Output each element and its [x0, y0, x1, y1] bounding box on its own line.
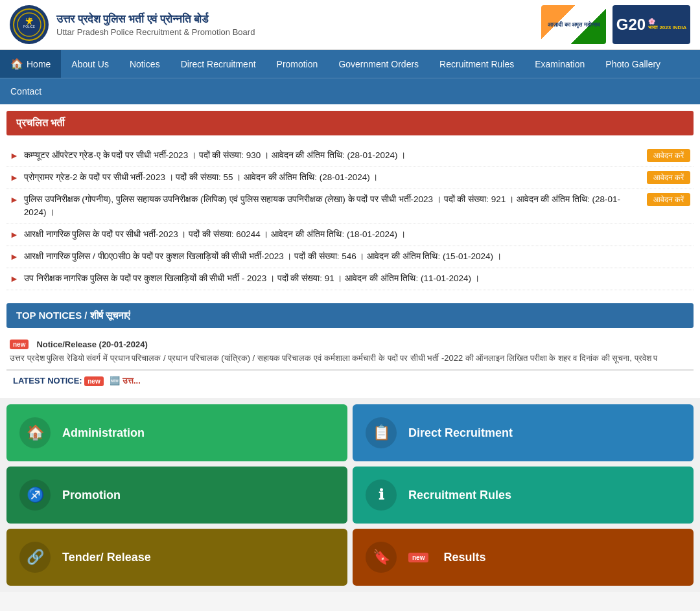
header-title-hindi: उत्तर प्रदेश पुलिस भर्ती एवं प्रोन्नति ब…	[56, 12, 255, 27]
new-badge: new	[10, 340, 29, 349]
header-left: UP POLICE उत्तर प्रदेश पुलिस भर्ती एवं प…	[10, 5, 255, 44]
nav-contact[interactable]: Contact	[0, 78, 52, 104]
arrow-icon: ►	[10, 149, 19, 163]
nav-recruitment-rules[interactable]: Recruitment Rules	[429, 50, 524, 78]
card-recruitment-rules[interactable]: ℹ Recruitment Rules	[353, 467, 694, 524]
nav-photo-gallery[interactable]: Photo Gallery	[595, 50, 671, 78]
header-title-block: उत्तर प्रदेश पुलिस भर्ती एवं प्रोन्नति ब…	[56, 12, 255, 36]
apply-button-3[interactable]: आवेदन करें	[647, 193, 690, 206]
nav-home[interactable]: 🏠 Home	[0, 50, 61, 78]
nav-government-orders[interactable]: Government Orders	[328, 50, 429, 78]
cards-grid: 🏠 Administration 📋 Direct Recruitment ♐ …	[0, 398, 700, 592]
card-administration[interactable]: 🏠 Administration	[6, 404, 347, 461]
apply-button-2[interactable]: आवेदन करें	[647, 171, 690, 184]
main-nav: 🏠 Home About Us Notices Direct Recruitme…	[0, 50, 700, 78]
promotion-icon: ♐	[19, 479, 51, 511]
top-notices-header: TOP NOTICES / शीर्ष सूचनाएं	[6, 303, 694, 328]
logo: UP POLICE	[10, 5, 49, 44]
recruitment-rules-icon: ℹ	[366, 479, 397, 511]
vacancies-section-header: प्रचलित भर्ती	[6, 111, 694, 135]
content-area: प्रचलित भर्ती ► कम्प्यूटर ऑपरेटर ग्रेड-ए…	[0, 104, 700, 398]
vacancy-item-1: ► कम्प्यूटर ऑपरेटर ग्रेड-ए के पदों पर सी…	[6, 145, 694, 167]
notice-date: Notice/Release (20-01-2024)	[36, 340, 147, 349]
direct-recruitment-icon: 📋	[366, 417, 397, 448]
vacancy-item-3: ► पुलिस उपनिरीक्षक (गोपनीय), पुलिस सहायक…	[6, 189, 694, 224]
administration-icon: 🏠	[19, 417, 51, 448]
arrow-icon: ►	[10, 250, 19, 264]
header: UP POLICE उत्तर प्रदेश पुलिस भर्ती एवं प…	[0, 0, 700, 50]
vacancy-item-6: ► उप निरीक्षक नागरिक पुलिस के पदों पर कु…	[6, 268, 694, 290]
vacancy-item-5: ► आरक्षी नागरिक पुलिस / पी0ए0सी0 के पदों…	[6, 246, 694, 268]
svg-text:POLICE: POLICE	[23, 25, 36, 29]
nav-examination[interactable]: Examination	[524, 50, 595, 78]
azadi-logo: आज़ादी का अमृत महोत्सव	[541, 5, 606, 44]
vacancy-list: ► कम्प्यूटर ऑपरेटर ग्रेड-ए के पदों पर सी…	[6, 142, 694, 294]
vacancy-item-2: ► प्रोग्रामर ग्रेड-2 के पदों पर सीधी भर्…	[6, 167, 694, 189]
arrow-icon: ►	[10, 193, 19, 207]
header-logos: आज़ादी का अमृत महोत्सव G20 🌸 भारत 2023 I…	[541, 5, 690, 44]
tender-release-icon: 🔗	[19, 542, 51, 573]
latest-new-badge: new	[84, 376, 103, 386]
nav-notices[interactable]: Notices	[119, 50, 170, 78]
card-promotion[interactable]: ♐ Promotion	[6, 467, 347, 524]
arrow-icon: ►	[10, 171, 19, 185]
vacancy-item-4: ► आरक्षी नागरिक पुलिस के पदों पर सीधी भर…	[6, 224, 694, 246]
notice-item-1: new Notice/Release (20-01-2024) उत्तर प्…	[6, 334, 694, 370]
header-title-english: Uttar Pradesh Police Recruitment & Promo…	[56, 27, 255, 37]
card-direct-recruitment[interactable]: 📋 Direct Recruitment	[353, 404, 694, 461]
sub-nav: Contact	[0, 78, 700, 104]
card-results[interactable]: 🔖 new Results	[353, 529, 694, 586]
latest-notice-bar: LATEST NOTICE: new 🆕 उत्त...	[6, 369, 694, 391]
nav-about-us[interactable]: About Us	[61, 50, 119, 78]
arrow-icon: ►	[10, 272, 19, 286]
arrow-icon: ►	[10, 228, 19, 242]
nav-promotion[interactable]: Promotion	[266, 50, 329, 78]
nav-direct-recruitment[interactable]: Direct Recruitment	[170, 50, 266, 78]
results-new-badge: new	[408, 553, 428, 562]
notice-text: उत्तर प्रदेश पुलिस रेडियो संवर्ग में प्र…	[10, 352, 690, 365]
home-icon: 🏠	[10, 58, 23, 70]
card-tender-release[interactable]: 🔗 Tender/ Release	[6, 529, 347, 586]
apply-button-1[interactable]: आवेदन करें	[647, 149, 690, 162]
results-icon: 🔖	[366, 542, 397, 573]
main-content: प्रचलित भर्ती ► कम्प्यूटर ऑपरेटर ग्रेड-ए…	[0, 104, 700, 398]
g20-logo: G20 🌸 भारत 2023 INDIA	[612, 5, 690, 44]
